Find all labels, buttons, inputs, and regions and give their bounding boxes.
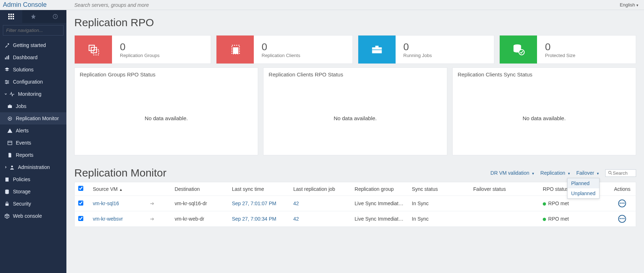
arrow-right-icon: ➔ (150, 201, 154, 206)
language-selector[interactable]: English▼ (615, 2, 644, 8)
nav-label: Solutions (13, 67, 34, 72)
panel-clients-rpo: Replication Clients RPO Status No data a… (263, 67, 447, 155)
failover-dropdown: Planned Unplanned (567, 178, 599, 199)
svg-rect-12 (8, 55, 9, 59)
kpi-card-running-jobs[interactable]: 0Running Jobs (358, 35, 495, 64)
nav-configuration[interactable]: Configuration (0, 76, 66, 88)
sort-asc-icon: ▲ (119, 188, 123, 192)
col-destination[interactable]: Destination (171, 182, 228, 196)
svg-rect-26 (233, 47, 238, 54)
svg-rect-18 (8, 141, 11, 145)
sidebar-tab-history[interactable] (44, 10, 66, 23)
failover-status-cell (470, 196, 539, 211)
wrench-icon (4, 42, 10, 48)
failover-option-unplanned[interactable]: Unplanned (568, 188, 599, 198)
select-all-checkbox[interactable] (78, 186, 83, 191)
row-checkbox[interactable] (78, 201, 83, 206)
kpi-card-replication-clients[interactable]: 0Replication Clients (216, 35, 353, 64)
nav-policies[interactable]: Policies (0, 173, 66, 185)
nav-reports[interactable]: Reports (0, 149, 66, 161)
table-row: vm-kr-websvr ➔ vm-kr-web-dr Sep 27, 7:00… (75, 211, 636, 227)
col-failover-status[interactable]: Failover status (470, 182, 539, 196)
top-search (71, 1, 615, 9)
nav-jobs[interactable]: Jobs (0, 100, 66, 112)
col-label: Source VM (93, 186, 118, 192)
nav-label: Getting started (13, 42, 46, 48)
sidebar-tab-apps[interactable] (0, 10, 22, 23)
action-replication[interactable]: Replication ▼ (540, 170, 570, 176)
last-job-link[interactable]: 42 (293, 201, 299, 206)
rpo-status-cell: RPO met (539, 211, 609, 227)
svg-rect-8 (13, 18, 14, 19)
action-label: Failover (576, 170, 594, 176)
last-sync-link[interactable]: Sep 27, 7:01:07 PM (232, 201, 276, 206)
table-header-row: Source VM▲ Destination Last sync time La… (75, 182, 636, 196)
kpi-value: 0 (545, 41, 636, 53)
svg-point-19 (11, 165, 13, 167)
sliders-icon (4, 79, 10, 85)
layers-icon (4, 66, 10, 73)
rpo-status-text: RPO met (548, 201, 569, 206)
database-icon (4, 188, 10, 195)
row-actions-button[interactable]: ••• (618, 215, 626, 223)
kpi-card-replication-groups[interactable]: 0Replication Groups (74, 35, 211, 64)
svg-point-14 (7, 81, 8, 83)
col-actions: Actions (609, 182, 636, 196)
top-search-input[interactable] (71, 1, 615, 9)
panel-title: Replication Clients RPO Status (263, 68, 447, 81)
panel-title: Replication Clients Sync Status (453, 68, 636, 81)
rpo-title: Replication RPO (74, 17, 636, 29)
status-dot-icon (543, 202, 546, 206)
chevron-right-icon (4, 165, 8, 169)
nav-replication-monitor[interactable]: Replication Monitor (0, 112, 66, 124)
sync-status-cell: In Sync (408, 196, 470, 211)
alert-icon (6, 127, 13, 134)
row-checkbox[interactable] (78, 216, 83, 221)
caret-down-icon: ▼ (531, 172, 535, 175)
last-sync-link[interactable]: Sep 27, 7:00:34 PM (232, 216, 276, 222)
caret-down-icon: ▼ (596, 172, 599, 175)
group-cell: Live Sync Immediat… (351, 211, 409, 227)
kpi-row: 0Replication Groups 0Replication Clients… (74, 35, 636, 64)
nav-dashboard[interactable]: Dashboard (0, 51, 66, 63)
nav-monitoring[interactable]: Monitoring (0, 88, 66, 100)
nav-filter-input[interactable] (3, 25, 64, 36)
col-last-sync[interactable]: Last sync time (228, 182, 290, 196)
monitor-search-input[interactable] (613, 170, 632, 176)
nav-events[interactable]: Events (0, 137, 66, 149)
col-sync-status[interactable]: Sync status (408, 182, 470, 196)
nav-alerts[interactable]: Alerts (0, 124, 66, 137)
svg-rect-2 (13, 14, 14, 15)
col-source-vm[interactable]: Source VM▲ (89, 182, 147, 196)
col-group[interactable]: Replication group (351, 182, 409, 196)
svg-rect-11 (6, 56, 8, 59)
nav-web-console[interactable]: Web console (0, 210, 66, 222)
svg-rect-27 (372, 47, 382, 53)
monitor-header: Replication Monitor DR VM validation ▼ R… (74, 167, 636, 179)
nav-security[interactable]: Security (0, 198, 66, 210)
failover-option-planned[interactable]: Planned (568, 178, 599, 188)
action-failover[interactable]: Failover ▼ Planned Unplanned (576, 170, 599, 176)
nav-getting-started[interactable]: Getting started (0, 39, 66, 51)
nav-solutions[interactable]: Solutions (0, 63, 66, 76)
status-dot-icon (543, 218, 546, 221)
col-last-job[interactable]: Last replication job (290, 182, 351, 196)
chart-icon (4, 54, 10, 61)
source-vm-link[interactable]: vm-kr-sql16 (93, 201, 119, 206)
kpi-card-protected-size[interactable]: 0Protected Size (499, 35, 636, 64)
row-actions-button[interactable]: ••• (618, 199, 626, 207)
search-icon (608, 170, 613, 175)
nav-list: Getting started Dashboard Solutions Conf… (0, 39, 66, 222)
svg-rect-23 (91, 47, 97, 53)
nav-label: Alerts (16, 128, 29, 133)
panel-row: Replication Groups RPO Status No data av… (74, 67, 636, 155)
source-vm-link[interactable]: vm-kr-websvr (93, 216, 123, 222)
nav-administration[interactable]: Administration (0, 161, 66, 173)
nav-storage[interactable]: Storage (0, 185, 66, 198)
nav-label: Storage (13, 189, 31, 194)
sidebar-tab-favorites[interactable] (22, 10, 45, 23)
action-dr-validation[interactable]: DR VM validation ▼ (490, 170, 535, 176)
svg-rect-21 (5, 203, 9, 206)
nav-label: Replication Monitor (16, 116, 59, 121)
last-job-link[interactable]: 42 (293, 216, 299, 222)
